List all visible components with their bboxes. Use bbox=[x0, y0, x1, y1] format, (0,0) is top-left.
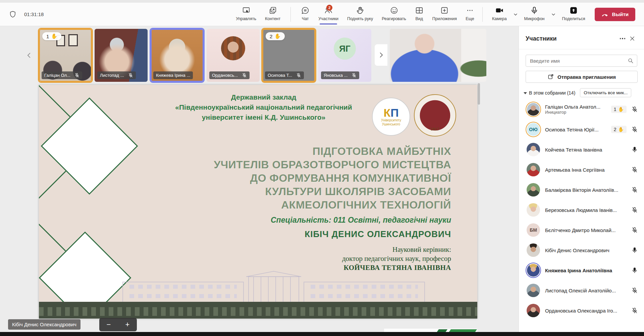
avatar bbox=[526, 142, 541, 157]
content-button[interactable]: Контент bbox=[262, 5, 284, 24]
chat-button[interactable]: Чат bbox=[298, 5, 313, 24]
raised-hand-badge: 1✋ bbox=[611, 106, 627, 113]
filmstrip-next-chevron[interactable] bbox=[375, 44, 387, 66]
participant-row[interactable]: Кібіч Денис Олександрович bbox=[519, 240, 644, 260]
zoom-out-button[interactable]: − bbox=[102, 321, 115, 328]
apps-button[interactable]: Приложения bbox=[429, 5, 460, 24]
grid-view-icon bbox=[415, 6, 424, 15]
avatar bbox=[526, 162, 541, 177]
building-illustration bbox=[116, 269, 431, 303]
more-ellipsis-icon bbox=[466, 6, 474, 15]
avatar: ОЮ bbox=[526, 122, 541, 137]
university-kp-logo: КП Університету Ушинського bbox=[372, 98, 410, 136]
camera-button[interactable]: Камера bbox=[489, 5, 510, 24]
participant-search-input[interactable] bbox=[526, 55, 637, 67]
mic-muted-icon bbox=[631, 227, 638, 233]
manage-button[interactable]: Управлять bbox=[232, 5, 260, 24]
tile-name-label: Галіцан Ол... bbox=[42, 71, 82, 79]
microphone-options-chevron[interactable] bbox=[549, 10, 557, 19]
mic-muted-icon bbox=[631, 287, 638, 294]
participant-row[interactable]: ОЮ Осипова Тетяна Юрії... 2✋ bbox=[519, 119, 644, 139]
toolbar-divider bbox=[482, 7, 483, 22]
video-tile-galitsan[interactable]: 1✋ Галіцан Ол... bbox=[39, 29, 92, 82]
share-invite-icon bbox=[547, 73, 554, 80]
mic-muted-icon bbox=[631, 106, 638, 113]
screen-bottom-edge bbox=[0, 332, 644, 336]
participant-row[interactable]: БМ Бєлітченко Дмитро Миколай... bbox=[519, 220, 644, 240]
react-button[interactable]: Реагировать bbox=[378, 5, 410, 24]
mic-on-icon bbox=[631, 267, 638, 274]
mic-muted-icon bbox=[631, 186, 638, 193]
more-button[interactable]: Еще bbox=[462, 5, 478, 24]
mic-muted-icon bbox=[631, 307, 638, 314]
video-tile-yanovska[interactable]: ЯГ Яновська ... bbox=[318, 29, 371, 82]
participants-count-badge: 2 bbox=[326, 5, 332, 11]
video-tile-kniazheva[interactable]: Княжева Ірина ... bbox=[151, 29, 204, 82]
toolbar-divider bbox=[290, 7, 291, 22]
share-screen-button[interactable]: Поделиться bbox=[559, 5, 589, 24]
participant-row[interactable]: Артемьєва Інна Сергіївна bbox=[519, 160, 644, 180]
participants-button[interactable]: 2 Участники bbox=[315, 5, 342, 24]
more-ellipsis-icon bbox=[620, 38, 626, 39]
raise-hand-button[interactable]: Поднять руку bbox=[344, 5, 376, 24]
participant-row[interactable]: Балакірєва Вікторія Анатоліїв... bbox=[519, 180, 644, 200]
raised-hand-badge: 2✋ bbox=[266, 32, 285, 40]
avatar: БМ bbox=[526, 222, 541, 238]
meeting-stage: 1✋ Галіцан Ол... Листопад ... Княжева Ір… bbox=[0, 26, 519, 336]
participant-row[interactable]: Койчева Тетяна Іванівна bbox=[519, 139, 644, 160]
mic-muted-icon bbox=[296, 73, 301, 78]
microphone-icon bbox=[530, 6, 539, 15]
presenter-name-pill: Кібіч Денис Олександрович bbox=[8, 319, 80, 330]
participant-list: Галіцан Ольга Анатол... Инициатор 1✋ ОЮ … bbox=[519, 99, 644, 321]
participant-row[interactable]: Галіцан Ольга Анатол... Инициатор 1✋ bbox=[519, 99, 644, 119]
avatar bbox=[526, 202, 541, 218]
slide-organization-name: Державний заклад «Південноукраїнський на… bbox=[160, 92, 368, 122]
mute-all-button[interactable]: Отключить все мик... bbox=[580, 88, 631, 97]
video-tile-lystopad[interactable]: Листопад ... bbox=[95, 29, 148, 82]
slide-specialty: Спеціальність: 011 Освітні, педагогічні … bbox=[271, 216, 451, 225]
wall-frame bbox=[68, 34, 78, 46]
video-tile-speaker-large[interactable] bbox=[390, 29, 486, 82]
panel-close-button[interactable] bbox=[627, 34, 637, 44]
avatar bbox=[526, 102, 541, 117]
mic-muted-icon bbox=[74, 73, 79, 78]
filmstrip-prev-chevron[interactable] bbox=[24, 49, 34, 62]
participant-row[interactable]: Ордановська Олександра Іго... bbox=[519, 300, 644, 321]
microphone-button[interactable]: Микрофон bbox=[521, 5, 548, 24]
video-tile-ordanovska[interactable]: Ордановсь... bbox=[207, 29, 260, 82]
meeting-toolbar: 01:31:18 Управлять Контент Чат 2 Участни… bbox=[0, 0, 644, 26]
video-tile-osypova[interactable]: 2✋ Осипова Т... bbox=[262, 29, 315, 82]
mic-muted-icon bbox=[352, 73, 357, 78]
leave-meeting-button[interactable]: Выйти bbox=[595, 8, 635, 21]
share-content-icon bbox=[268, 6, 277, 15]
search-icon bbox=[627, 57, 634, 64]
mic-muted-icon bbox=[242, 73, 247, 78]
slide-author: КІБІЧ ДЕНИС ОЛЕКСАНДРОВИЧ bbox=[305, 229, 451, 239]
participant-row[interactable]: Березовська Людмила Іванів... bbox=[519, 200, 644, 220]
mic-muted-icon bbox=[128, 73, 133, 78]
camera-options-chevron[interactable] bbox=[512, 10, 520, 19]
chat-icon bbox=[301, 6, 310, 15]
avatar bbox=[526, 283, 541, 298]
slide-title: ПІДГОТОВКА МАЙБУТНІХ УЧИТЕЛІВ ОБРАЗОТВОР… bbox=[214, 145, 451, 212]
manage-screen-icon bbox=[242, 6, 251, 15]
meeting-timer: 01:31:18 bbox=[24, 11, 44, 17]
panel-more-button[interactable] bbox=[618, 36, 628, 41]
mic-on-icon bbox=[631, 247, 638, 254]
section-collapse-caret[interactable] bbox=[524, 92, 527, 94]
tile-name-label: Ордановсь... bbox=[209, 71, 250, 79]
send-invite-button[interactable]: Отправка приглашения bbox=[526, 71, 638, 83]
share-screen-icon bbox=[569, 6, 578, 15]
video-filmstrip: 1✋ Галіцан Ол... Листопад ... Княжева Ір… bbox=[0, 29, 519, 82]
participant-row[interactable]: Княжева Ірина Анатоліївна bbox=[519, 260, 644, 280]
avatar bbox=[526, 182, 541, 198]
slide-bottom-band bbox=[39, 302, 477, 319]
participant-row[interactable]: Листопад Олексій Анатолійо... bbox=[519, 280, 644, 300]
tile-name-label: Осипова Т... bbox=[265, 71, 304, 79]
stage-scrollbar[interactable] bbox=[478, 83, 480, 105]
zoom-in-button[interactable]: + bbox=[121, 321, 134, 328]
view-button[interactable]: Вид bbox=[412, 5, 427, 24]
university-emblem: 1817 bbox=[414, 94, 456, 136]
hangup-icon bbox=[601, 11, 609, 18]
mic-muted-icon bbox=[631, 126, 638, 133]
